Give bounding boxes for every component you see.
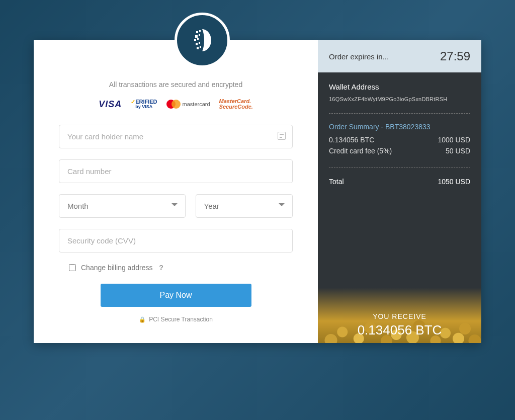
contact-card-icon: [278, 132, 286, 140]
expiry-month-select[interactable]: Month: [59, 194, 186, 218]
receive-amount: 0.134056 BTC: [318, 322, 481, 338]
divider: [329, 167, 470, 167]
pci-secure-row: 🔒 PCI Secure Transaction: [59, 316, 293, 323]
order-summary-header: Order Summary - BBT38023833: [329, 123, 470, 131]
timer-value: 27:59: [440, 49, 470, 63]
order-timer-bar: Order expires in... 27:59: [318, 40, 481, 72]
expiry-row: Month Year: [59, 194, 293, 229]
wallet-block: Wallet Address 16QSwXxZF4bWytM9PGo3ioGpS…: [318, 72, 481, 108]
billing-address-row: Change billing address ?: [69, 264, 293, 272]
svg-rect-6: [196, 43, 198, 45]
wallet-title: Wallet Address: [329, 82, 470, 91]
secured-text: All transactions are secured and encrypt…: [59, 80, 293, 89]
visa-logo-icon: VISA: [99, 99, 122, 110]
svg-rect-3: [199, 34, 200, 36]
lock-icon: 🔒: [139, 316, 146, 323]
svg-rect-9: [200, 46, 201, 48]
summary-line-total: Total 1050 USD: [329, 178, 470, 186]
total-block: Total 1050 USD: [318, 173, 481, 189]
mastercard-securecode-icon: MasterCard. SecureCode.: [219, 99, 253, 110]
face-logo-icon: [187, 25, 217, 55]
checkout-container: All transactions are secured and encrypt…: [34, 40, 481, 343]
mastercard-logo-icon: mastercard: [166, 100, 210, 109]
pay-now-button[interactable]: Pay Now: [101, 284, 251, 307]
cvv-input[interactable]: [59, 229, 293, 253]
order-summary-block: Order Summary - BBT38023833 0.134056 BTC…: [318, 119, 481, 162]
cardholder-name-input[interactable]: [59, 125, 293, 148]
svg-rect-5: [197, 38, 199, 40]
pci-label: PCI Secure Transaction: [149, 316, 213, 323]
you-receive-block: YOU RECEIVE 0.134056 BTC: [318, 298, 481, 343]
help-icon[interactable]: ?: [157, 264, 164, 272]
cardholder-wrap: [59, 125, 293, 159]
verified-by-visa-icon: ERIFIED by VISA: [131, 99, 157, 109]
svg-rect-7: [199, 42, 200, 44]
summary-line-fee: Credit card fee (5%) 50 USD: [329, 147, 470, 155]
card-number-input[interactable]: [59, 159, 293, 183]
card-brand-logos: VISA ERIFIED by VISA mastercard MasterCa…: [59, 99, 293, 110]
summary-line-btc: 0.134056 BTC 1000 USD: [329, 136, 470, 144]
order-summary-panel: Order expires in... 27:59 Wallet Address…: [318, 40, 481, 343]
expiry-year-select[interactable]: Year: [196, 194, 293, 218]
wallet-address: 16QSwXxZF4bWytM9PGo3ioGpSxnDBRtRSH: [329, 96, 470, 102]
svg-rect-1: [199, 30, 201, 32]
svg-rect-8: [197, 47, 199, 49]
svg-rect-2: [195, 35, 198, 38]
change-billing-checkbox[interactable]: [69, 264, 76, 271]
timer-label: Order expires in...: [329, 52, 389, 61]
svg-rect-0: [196, 31, 198, 33]
svg-rect-4: [194, 39, 196, 41]
divider: [329, 113, 470, 114]
brand-logo: [175, 13, 230, 68]
receive-label: YOU RECEIVE: [318, 312, 481, 320]
change-billing-label: Change billing address: [81, 264, 152, 272]
payment-form-panel: All transactions are secured and encrypt…: [34, 40, 318, 343]
